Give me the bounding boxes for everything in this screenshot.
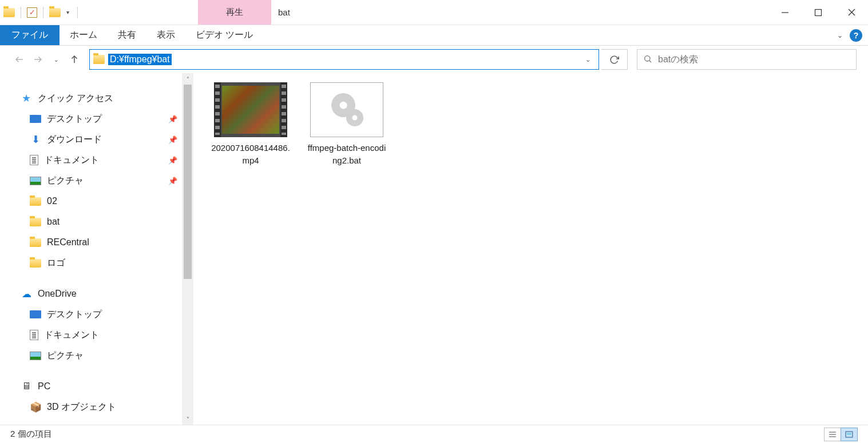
folder-icon [3, 8, 15, 17]
file-name: 2020071608414486.mp4 [209, 142, 292, 167]
divider [43, 7, 43, 18]
window-title: bat [271, 0, 768, 25]
svg-rect-1 [815, 9, 822, 15]
sidebar-folder-logo[interactable]: ロゴ [0, 253, 193, 273]
download-icon: ⬇ [30, 134, 41, 145]
desktop-icon [30, 115, 41, 123]
tab-share[interactable]: 共有 [108, 25, 146, 45]
address-path[interactable]: D:¥ffmpeg¥bat [108, 54, 172, 65]
close-button[interactable] [835, 0, 868, 25]
cube-icon: 📦 [30, 402, 41, 412]
folder-icon [30, 218, 41, 226]
tab-video-tools[interactable]: ビデオ ツール [185, 25, 263, 45]
gear-icon [346, 109, 363, 126]
cloud-icon: ☁ [21, 289, 32, 299]
search-box[interactable] [637, 49, 857, 70]
recent-locations-button[interactable]: ⌄ [48, 51, 64, 67]
search-icon [643, 54, 652, 65]
sidebar-folder-recentral[interactable]: RECentral [0, 232, 193, 253]
svg-line-8 [649, 61, 651, 62]
document-icon [30, 330, 38, 340]
desktop-icon [30, 310, 41, 318]
new-folder-icon[interactable] [49, 8, 61, 17]
picture-icon [30, 352, 41, 360]
folder-icon [30, 259, 41, 268]
status-bar: 2 個の項目 [0, 425, 868, 443]
context-tab-play: 再生 [198, 0, 271, 25]
navigation-pane: ★ クイック アクセス デスクトップ 📌 ⬇ ダウンロード 📌 ドキュメント 📌… [0, 73, 193, 425]
ribbon-tabs: ファイル ホーム 共有 表示 ビデオ ツール ⌄ ? [0, 25, 868, 46]
back-button[interactable] [11, 51, 27, 67]
divider [77, 7, 78, 18]
star-icon: ★ [21, 93, 32, 103]
tab-view[interactable]: 表示 [146, 25, 185, 45]
file-name: ffmpeg-batch-encoding2.bat [306, 142, 388, 167]
scroll-thumb[interactable] [184, 85, 192, 279]
search-input[interactable] [658, 54, 850, 65]
address-bar[interactable]: D:¥ffmpeg¥bat ⌄ [89, 49, 599, 70]
picture-icon [30, 177, 41, 185]
file-list[interactable]: 2020071608414486.mp4 ffmpeg-batch-encodi… [193, 73, 868, 425]
forward-button[interactable] [30, 51, 46, 67]
tab-file[interactable]: ファイル [0, 25, 60, 45]
main-content: ★ クイック アクセス デスクトップ 📌 ⬇ ダウンロード 📌 ドキュメント 📌… [0, 73, 868, 425]
sidebar-od-documents[interactable]: ドキュメント [0, 325, 193, 345]
sidebar-scrollbar[interactable]: ˄ ˅ [182, 73, 193, 425]
sidebar-documents[interactable]: ドキュメント 📌 [0, 150, 193, 170]
item-count: 2 個の項目 [10, 429, 52, 440]
properties-icon[interactable]: ✓ [27, 7, 37, 18]
file-item-video[interactable]: 2020071608414486.mp4 [209, 82, 292, 167]
view-toggle [825, 428, 858, 441]
video-thumbnail [214, 82, 287, 137]
svg-rect-13 [847, 433, 851, 435]
maximize-button[interactable] [802, 0, 835, 25]
sidebar-pc[interactable]: 🖥 PC [0, 376, 193, 397]
sidebar-downloads[interactable]: ⬇ ダウンロード 📌 [0, 129, 193, 150]
sidebar-od-pictures[interactable]: ピクチャ [0, 345, 193, 366]
bat-thumbnail [310, 82, 383, 137]
pc-icon: 🖥 [21, 381, 32, 392]
folder-icon [30, 238, 41, 247]
sidebar-onedrive[interactable]: ☁ OneDrive [0, 284, 193, 304]
icons-view-button[interactable] [841, 428, 858, 441]
sidebar-desktop[interactable]: デスクトップ 📌 [0, 109, 193, 129]
tab-home[interactable]: ホーム [60, 25, 108, 45]
help-button[interactable]: ? [850, 29, 862, 42]
titlebar: ✓ ▾ 再生 bat [0, 0, 868, 25]
qat-dropdown-icon[interactable]: ▾ [64, 9, 72, 15]
divider [21, 7, 21, 18]
svg-point-7 [645, 55, 650, 61]
window-controls [768, 0, 868, 25]
folder-icon [30, 197, 41, 206]
sidebar-folder-02[interactable]: 02 [0, 191, 193, 211]
sidebar-pictures[interactable]: ピクチャ 📌 [0, 170, 193, 191]
up-button[interactable] [66, 51, 82, 67]
document-icon [30, 155, 38, 165]
quick-access-toolbar: ✓ ▾ [0, 0, 84, 25]
details-view-button[interactable] [824, 428, 841, 441]
file-item-bat[interactable]: ffmpeg-batch-encoding2.bat [306, 82, 388, 167]
scroll-down-icon[interactable]: ˅ [182, 413, 193, 425]
sidebar-quick-access[interactable]: ★ クイック アクセス [0, 88, 193, 109]
address-bar-row: ⌄ D:¥ffmpeg¥bat ⌄ [0, 46, 868, 73]
refresh-button[interactable] [601, 49, 628, 70]
minimize-button[interactable] [768, 0, 802, 25]
address-dropdown-icon[interactable]: ⌄ [581, 56, 595, 63]
scroll-up-icon[interactable]: ˄ [182, 73, 193, 85]
ribbon-collapse-icon[interactable]: ⌄ [837, 31, 843, 39]
sidebar-od-desktop[interactable]: デスクトップ [0, 304, 193, 325]
sidebar-3d-objects[interactable]: 📦 3D オブジェクト [0, 397, 193, 417]
sidebar-folder-bat[interactable]: bat [0, 211, 193, 232]
folder-icon [93, 55, 105, 64]
